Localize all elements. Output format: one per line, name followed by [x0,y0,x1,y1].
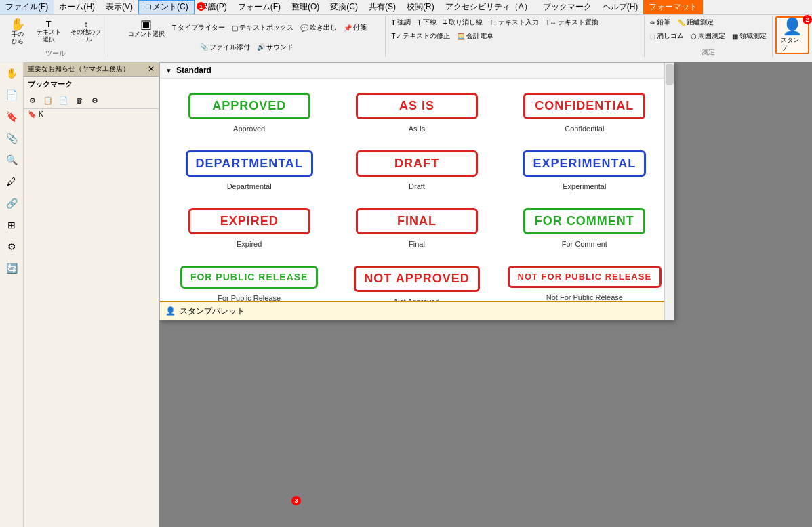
sidebar-page-icon[interactable]: 📄 [1,85,22,105]
departmental-stamp: DEPARTMENTAL [186,150,313,177]
menu-home[interactable]: ホーム(H) [54,0,100,14]
menu-comment[interactable]: コメント(C) [138,0,195,14]
menu-share[interactable]: 共有(S) [363,0,401,14]
stamp-badge-2: 2 [803,15,812,24]
toolbar-comment-section: ▣ コメント選択 T タイプライター ▢ テキストボックス 💬 吹き出し 📌 付… [108,16,386,57]
strikethrough-button[interactable]: T 取り消し線 [441,16,485,28]
calc-icon: 🧮 [457,33,465,40]
as-is-stamp: AS IS [356,93,478,119]
text-input-button[interactable]: T↓ テキスト入力 [487,16,542,28]
departmental-label: Departmental [227,182,272,190]
perimeter-icon: ⬡ [691,33,697,40]
final-label: Final [409,240,425,248]
stamp-icon: 👤 [782,17,803,36]
hand-icon: ✋ [10,18,25,30]
panel-close-button[interactable]: ✕ [148,64,155,74]
sidebar-settings-icon[interactable]: ⚙ [1,236,22,257]
experimental-stamp: EXPERIMENTAL [523,150,646,177]
bookmark-icon: 🔖 [28,110,36,118]
attachment-button[interactable]: 📎 ファイル添付 [197,41,253,54]
sidebar-hand-icon[interactable]: ✋ [1,63,22,83]
text-input-icon: T↓ [489,19,497,26]
other-tools-button[interactable]: ↕ その他のツール [67,18,106,45]
typewriter-button[interactable]: T タイプライター [169,22,228,34]
panel-title: 重要なお知らせ（ヤマダ工務店） [28,64,129,74]
bold-button[interactable]: T 強調 [388,16,413,28]
popup-scrollbar[interactable] [664,63,674,320]
menu-accessibility[interactable]: アクセシビリティ（A） [440,0,537,14]
bookmark-item[interactable]: 🔖 K [24,109,159,119]
menu-convert[interactable]: 変換(C) [325,0,363,14]
collapse-arrow-icon: ▼ [165,67,172,75]
confidential-stamp: CONFIDENTIAL [523,93,645,119]
bold-icon: T [391,19,395,26]
perimeter-button[interactable]: ⬡ 周囲測定 [688,30,728,42]
draft-stamp: DRAFT [356,150,478,177]
draft-label: Draft [409,182,425,190]
menu-organize[interactable]: 整理(O) [286,0,325,14]
eraser-button[interactable]: ◻ 消しゴム [647,30,687,42]
stamp-popup: ▼ Standard APPROVED Approved AS IS As Is… [159,62,674,320]
textbox-button[interactable]: ▢ テキストボックス [229,22,296,34]
bookmark-delete-btn[interactable]: 🗑 [72,93,87,107]
stamp-departmental[interactable]: DEPARTMENTAL Departmental [165,142,333,199]
stamp-final[interactable]: FINAL Final [333,199,500,257]
bookmark-page-btn[interactable]: 📄 [56,93,71,107]
bookmark-props-btn[interactable]: ⚙ [87,93,102,107]
sidebar-attachment-icon[interactable]: 📎 [1,128,22,148]
text-fix-button[interactable]: T✓ テキストの修正 [388,30,452,42]
text-select-icon: 𝖳 [46,20,51,28]
sidebar-comment-icon[interactable]: 🖊 [1,171,22,192]
menu-file[interactable]: ファイル(F) [0,0,54,14]
approved-label: Approved [233,125,265,133]
area-button[interactable]: ▦ 領域測定 [729,30,769,42]
other-tools-icon: ↕ [84,20,88,28]
sidebar-search-icon[interactable]: 🔍 [1,150,22,170]
stamp-draft[interactable]: DRAFT Draft [333,142,500,199]
comment-select-button[interactable]: ▣ コメント選択 [125,16,168,40]
stamp-palette-icon: 👤 [165,306,176,316]
strikethrough-icon: T [443,19,447,26]
as-is-label: As Is [409,125,425,133]
final-stamp: FINAL [356,208,478,234]
bookmark-add-btn[interactable]: 📋 [41,93,56,107]
text-select-button[interactable]: 𝖳 テキスト選択 [32,18,66,45]
toolbar-tools-section: ✋ 手のひら 𝖳 テキスト選択 ↕ その他のツール ツール [3,16,108,57]
sound-button[interactable]: 🔊 サウンド [254,41,296,54]
calc-button[interactable]: 🧮 会計電卓 [454,30,496,42]
menu-bookmark[interactable]: ブックマーク [537,0,597,14]
stamp-approved[interactable]: APPROVED Approved [165,84,333,142]
menu-help[interactable]: ヘルプ(H) [597,0,644,14]
stamp-confidential[interactable]: CONFIDENTIAL Confidential [501,84,668,142]
menu-review[interactable]: 校閲(R) [401,0,440,14]
menu-format[interactable]: フォーマット [643,0,703,14]
stamp-as-is[interactable]: AS IS As Is [333,84,500,142]
markup-row: T 強調 T 下線 T 取り消し線 T↓ テキスト入力 T↔ テキスト置換 T✓… [388,16,641,42]
hand-tool-button[interactable]: ✋ 手のひら [5,16,31,47]
pencil-button[interactable]: ✏ 鉛筆 [647,16,673,28]
text-replace-button[interactable]: T↔ テキスト置換 [543,16,601,28]
menu-view[interactable]: 表示(V) [100,0,138,14]
callout-button[interactable]: 💬 吹き出し [298,22,340,34]
stamp-expired[interactable]: EXPIRED Expired [165,199,333,257]
expired-label: Expired [237,240,262,248]
sidebar-layers-icon[interactable]: ⊞ [1,215,22,235]
side-panel: 重要なお知らせ（ヤマダ工務店） ✕ ブックマーク ⚙ 📋 📄 🗑 ⚙ 🔖 K [24,62,159,527]
stamp-popup-header[interactable]: ▼ Standard [160,63,674,79]
sidebar-rotate-icon[interactable]: 🔄 [1,258,22,278]
stamp-grid: APPROVED Approved AS IS As Is CONFIDENTI… [160,79,674,320]
stamp-for-comment[interactable]: FOR COMMENT For Comment [501,199,668,257]
bookmark-settings-btn[interactable]: ⚙ [25,93,40,107]
underline-button[interactable]: T 下線 [415,16,439,28]
stamp-experimental[interactable]: EXPERIMENTAL Experimental [501,142,668,199]
distance-button[interactable]: 📏 距離測定 [674,16,716,28]
text-fix-icon: T✓ [391,33,401,40]
toolbar-tools-row: ✋ 手のひら 𝖳 テキスト選択 ↕ その他のツール [5,16,105,47]
sticky-button[interactable]: 📌 付箋 [341,22,369,34]
draw-row: ✏ 鉛筆 📏 距離測定 ◻ 消しゴム ⬡ 周囲測定 [647,16,769,42]
sidebar-link-icon[interactable]: 🔗 [1,193,22,213]
toolbar-markup-section: T 強調 T 下線 T 取り消し線 T↓ テキスト入力 T↔ テキスト置換 T✓… [386,16,645,57]
sidebar-bookmark-icon[interactable]: 🔖 [1,106,22,127]
menu-form[interactable]: フォーム(F) [232,0,286,14]
area-icon: ▦ [732,33,738,40]
